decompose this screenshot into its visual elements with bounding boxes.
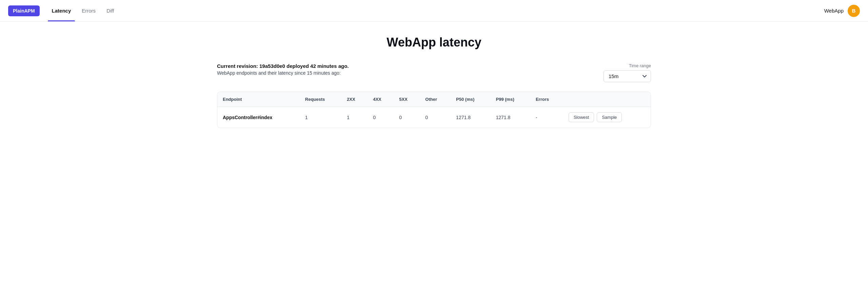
slowest-button[interactable]: Slowest [569,112,594,122]
tab-diff[interactable]: Diff [102,0,118,21]
revision-text: Current revision: 19a53d0e0 deployed 42 … [217,63,349,69]
time-range-select[interactable]: 5m 15m 30m 1h 6h 24h [604,70,651,82]
col-other: Other [420,92,451,107]
page-title: WebApp latency [217,35,651,50]
header-right: WebApp B [824,5,860,17]
header: PlainAPM Latency Errors Diff WebApp B [0,0,868,22]
nav-tabs: Latency Errors Diff [48,0,118,21]
actions-cell: Slowest Sample [569,112,645,122]
cell-endpoint: AppsController#index [217,107,300,128]
cell-errors: - [530,107,563,128]
cell-requests: 1 [300,107,341,128]
info-section: Current revision: 19a53d0e0 deployed 42 … [217,63,651,82]
col-errors: Errors [530,92,563,107]
tab-errors[interactable]: Errors [78,0,100,21]
latency-table-container: Endpoint Requests 2XX 4XX 5XX Other P50 … [217,92,651,128]
app-name: WebApp [824,8,844,14]
cell-p50: 1271.8 [451,107,490,128]
cell-4xx: 0 [368,107,394,128]
col-actions [563,92,651,107]
subtitle-text: WebApp endpoints and their latency since… [217,70,349,76]
cell-other: 0 [420,107,451,128]
cell-p99: 1271.8 [491,107,530,128]
cell-2xx: 1 [341,107,368,128]
col-4xx: 4XX [368,92,394,107]
col-endpoint: Endpoint [217,92,300,107]
info-text: Current revision: 19a53d0e0 deployed 42 … [217,63,349,76]
col-2xx: 2XX [341,92,368,107]
time-range-section: Time range 5m 15m 30m 1h 6h 24h [604,63,651,82]
cell-5xx: 0 [394,107,420,128]
time-range-label: Time range [629,63,651,68]
avatar[interactable]: B [848,5,860,17]
table-header-row: Endpoint Requests 2XX 4XX 5XX Other P50 … [217,92,651,107]
cell-actions: Slowest Sample [563,107,651,128]
col-p50: P50 (ms) [451,92,490,107]
tab-latency[interactable]: Latency [48,0,75,21]
col-requests: Requests [300,92,341,107]
main-content: WebApp latency Current revision: 19a53d0… [197,22,671,142]
latency-table: Endpoint Requests 2XX 4XX 5XX Other P50 … [217,92,651,128]
logo-button[interactable]: PlainAPM [8,5,40,16]
sample-button[interactable]: Sample [597,112,622,122]
col-5xx: 5XX [394,92,420,107]
col-p99: P99 (ms) [491,92,530,107]
table-row: AppsController#index 1 1 0 0 0 1271.8 12… [217,107,651,128]
